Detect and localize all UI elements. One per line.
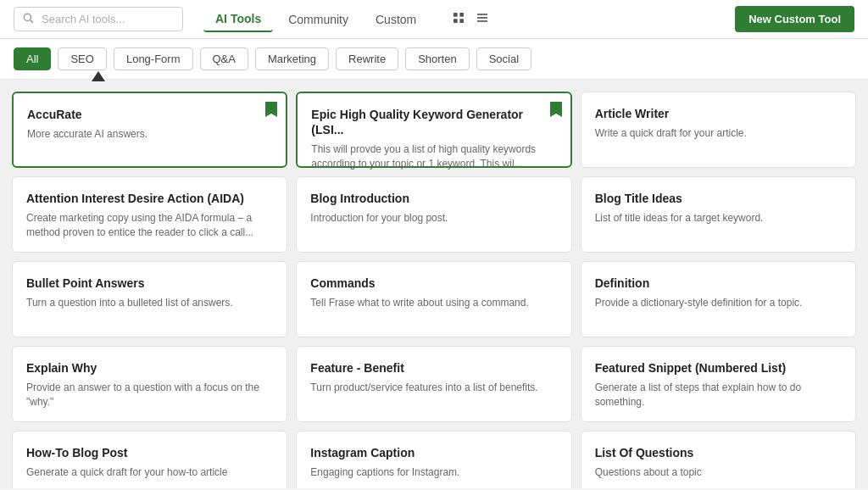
tool-card[interactable]: Attention Interest Desire Action (AIDA)C… bbox=[12, 176, 287, 253]
card-title: Explain Why bbox=[26, 360, 273, 376]
card-description: Turn product/service features into a lis… bbox=[310, 381, 557, 395]
card-description: Write a quick draft for your article. bbox=[595, 126, 842, 141]
card-description: Introduction for your blog post. bbox=[310, 211, 557, 226]
search-input[interactable] bbox=[14, 7, 183, 31]
bookmark-icon[interactable] bbox=[550, 102, 562, 120]
card-description: Generate a quick draft for your how-to a… bbox=[26, 465, 273, 480]
tool-card[interactable]: Blog IntroductionIntroduction for your b… bbox=[296, 176, 571, 253]
svg-rect-2 bbox=[453, 13, 458, 17]
new-custom-tool-button[interactable]: New Custom Tool bbox=[735, 6, 854, 32]
nav-tab-custom[interactable]: Custom bbox=[364, 8, 428, 31]
grid-icon[interactable] bbox=[452, 11, 465, 28]
tool-card[interactable]: DefinitionProvide a dictionary-style def… bbox=[581, 261, 856, 337]
card-description: List of title ideas for a target keyword… bbox=[595, 211, 842, 226]
filter-seo[interactable]: SEO bbox=[58, 47, 106, 70]
card-title: Instagram Caption bbox=[310, 445, 557, 460]
tool-card[interactable]: CommandsTell Frase what to write about u… bbox=[296, 261, 571, 337]
svg-rect-3 bbox=[460, 13, 465, 17]
search-wrapper bbox=[14, 7, 183, 31]
arrow-indicator bbox=[92, 71, 105, 81]
tool-card[interactable]: Feature - BenefitTurn product/service fe… bbox=[296, 346, 571, 422]
card-description: This will provde you a list of high qual… bbox=[311, 142, 556, 171]
svg-point-0 bbox=[24, 14, 31, 20]
card-title: Article Writer bbox=[595, 106, 842, 121]
header: AI Tools Community Custom New Custom Too… bbox=[0, 0, 868, 39]
filter-shorten[interactable]: Shorten bbox=[405, 47, 470, 70]
card-title: Blog Title Ideas bbox=[595, 191, 842, 206]
card-title: AccuRate bbox=[27, 107, 272, 122]
card-title: Epic High Quality Keyword Generator (LSI… bbox=[311, 107, 556, 137]
card-description: Provide a dictionary-style definition fo… bbox=[595, 296, 842, 310]
card-description: Provide an answer to a question with a f… bbox=[26, 381, 273, 409]
filter-social[interactable]: Social bbox=[476, 47, 531, 70]
tool-card[interactable]: Blog Title IdeasList of title ideas for … bbox=[581, 176, 856, 253]
card-description: Tell Frase what to write about using a c… bbox=[310, 296, 557, 310]
card-title: How-To Blog Post bbox=[26, 445, 273, 460]
svg-rect-4 bbox=[453, 19, 458, 23]
card-description: More accurate AI answers. bbox=[27, 127, 272, 142]
card-description: Create marketing copy using the AIDA for… bbox=[26, 211, 273, 240]
cards-container: AccuRateMore accurate AI answers.Epic Hi… bbox=[0, 80, 868, 488]
card-title: List Of Questions bbox=[595, 445, 842, 460]
card-title: Attention Interest Desire Action (AIDA) bbox=[26, 191, 273, 206]
filter-long-form[interactable]: Long-Form bbox=[114, 47, 193, 70]
card-title: Feature - Benefit bbox=[310, 360, 557, 376]
tool-card[interactable]: AccuRateMore accurate AI answers. bbox=[12, 92, 287, 168]
filter-rewrite[interactable]: Rewrite bbox=[336, 47, 398, 70]
tool-card[interactable]: Article WriterWrite a quick draft for yo… bbox=[581, 92, 856, 168]
tool-card[interactable]: Explain WhyProvide an answer to a questi… bbox=[12, 346, 287, 422]
nav-tab-ai-tools[interactable]: AI Tools bbox=[203, 7, 273, 32]
card-description: Turn a question into a bulleted list of … bbox=[26, 296, 273, 310]
tool-card[interactable]: Featured Snippet (Numbered List)Generate… bbox=[581, 346, 856, 422]
card-title: Featured Snippet (Numbered List) bbox=[595, 360, 842, 376]
filter-all[interactable]: All bbox=[14, 47, 51, 70]
filter-qa[interactable]: Q&A bbox=[200, 47, 248, 70]
list-icon[interactable] bbox=[476, 11, 489, 28]
bookmark-icon[interactable] bbox=[265, 102, 277, 120]
card-description: Engaging captions for Instagram. bbox=[310, 465, 557, 480]
svg-line-1 bbox=[31, 19, 33, 22]
card-title: Blog Introduction bbox=[310, 191, 557, 206]
card-title: Commands bbox=[310, 276, 557, 291]
svg-rect-5 bbox=[460, 19, 465, 23]
nav-tab-community[interactable]: Community bbox=[276, 8, 360, 31]
card-title: Bullet Point Answers bbox=[26, 276, 273, 291]
filter-bar: All SEO Long-Form Q&A Marketing Rewrite … bbox=[0, 39, 868, 80]
tool-card[interactable]: Epic High Quality Keyword Generator (LSI… bbox=[296, 92, 571, 168]
tool-card[interactable]: How-To Blog PostGenerate a quick draft f… bbox=[12, 431, 287, 488]
filter-marketing[interactable]: Marketing bbox=[255, 47, 329, 70]
card-title: Definition bbox=[595, 276, 842, 291]
header-icons bbox=[452, 11, 489, 28]
card-description: Questions about a topic bbox=[595, 465, 842, 480]
nav-tabs: AI Tools Community Custom bbox=[203, 7, 428, 32]
tool-card[interactable]: Instagram CaptionEngaging captions for I… bbox=[296, 431, 571, 488]
tool-card[interactable]: List Of QuestionsQuestions about a topic bbox=[581, 431, 856, 488]
card-description: Generate a list of steps that explain ho… bbox=[595, 381, 842, 409]
tool-card[interactable]: Bullet Point AnswersTurn a question into… bbox=[12, 261, 287, 337]
search-icon bbox=[22, 12, 34, 27]
